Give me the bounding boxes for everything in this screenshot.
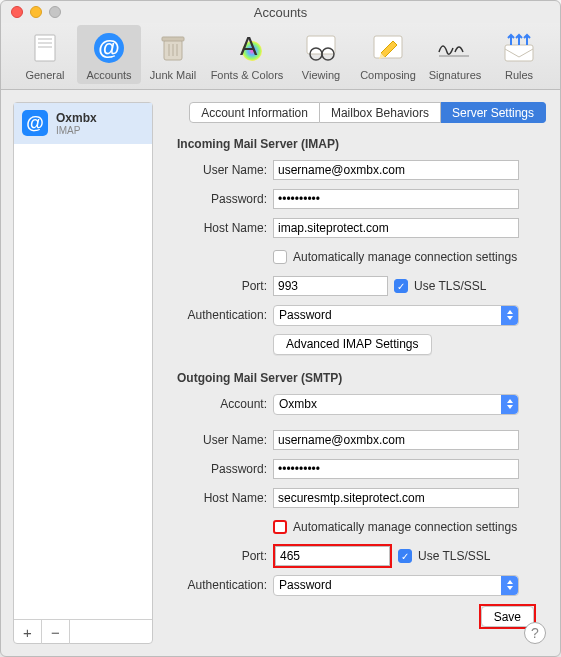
settings-tabs: Account Information Mailbox Behaviors Se…: [189, 102, 546, 123]
incoming-password-label: Password:: [171, 192, 273, 206]
outgoing-account-select[interactable]: Oxmbx: [273, 394, 519, 415]
outgoing-auto-checkbox[interactable]: [273, 520, 287, 534]
toolbar-signatures[interactable]: Signatures: [423, 25, 487, 84]
outgoing-auto-label: Automatically manage connection settings: [293, 520, 517, 534]
incoming-port-field[interactable]: [273, 276, 388, 296]
incoming-host-label: Host Name:: [171, 221, 273, 235]
at-icon: @: [22, 110, 48, 136]
tab-mailbox-behaviors[interactable]: Mailbox Behaviors: [320, 102, 441, 123]
outgoing-username-label: User Name:: [171, 433, 273, 447]
incoming-auto-checkbox[interactable]: [273, 250, 287, 264]
incoming-tls-label: Use TLS/SSL: [414, 279, 486, 293]
outgoing-section-title: Outgoing Mail Server (SMTP): [177, 371, 542, 385]
advanced-imap-button[interactable]: Advanced IMAP Settings: [273, 334, 432, 355]
toolbar-rules[interactable]: Rules: [487, 25, 551, 84]
incoming-username-field[interactable]: [273, 160, 519, 180]
incoming-tls-checkbox[interactable]: ✓: [394, 279, 408, 293]
outgoing-username-field[interactable]: [273, 430, 519, 450]
incoming-password-field[interactable]: [273, 189, 519, 209]
save-button[interactable]: Save: [481, 606, 534, 627]
outgoing-host-field[interactable]: [273, 488, 519, 508]
svg-rect-18: [505, 45, 533, 61]
signature-icon: [435, 34, 475, 62]
incoming-auth-select[interactable]: Password: [273, 305, 519, 326]
window-title: Accounts: [1, 5, 560, 20]
add-account-button[interactable]: +: [14, 620, 42, 644]
svg-rect-3: [38, 46, 52, 48]
svg-rect-2: [38, 42, 52, 44]
toolbar-fonts[interactable]: A Fonts & Colors: [205, 25, 289, 84]
svg-text:@: @: [98, 35, 119, 60]
account-type: IMAP: [56, 125, 97, 136]
incoming-username-label: User Name:: [171, 163, 273, 177]
incoming-host-field[interactable]: [273, 218, 519, 238]
help-button[interactable]: ?: [524, 622, 546, 644]
outgoing-account-label: Account:: [171, 397, 273, 411]
toolbar-junk[interactable]: Junk Mail: [141, 25, 205, 84]
general-icon: [31, 33, 59, 63]
chevron-updown-icon: [501, 306, 518, 325]
font-color-icon: A: [230, 31, 264, 65]
outgoing-tls-checkbox[interactable]: ✓: [398, 549, 412, 563]
tab-account-information[interactable]: Account Information: [189, 102, 320, 123]
outgoing-auth-select[interactable]: Password: [273, 575, 519, 596]
outgoing-port-field[interactable]: [275, 546, 390, 566]
pencil-icon: [371, 33, 405, 63]
accounts-sidebar: @ Oxmbx IMAP + −: [13, 102, 153, 644]
svg-text:A: A: [240, 31, 258, 61]
svg-rect-1: [38, 38, 52, 40]
rules-icon: [501, 33, 537, 63]
toolbar-viewing[interactable]: Viewing: [289, 25, 353, 84]
outgoing-password-label: Password:: [171, 462, 273, 476]
preferences-toolbar: General @ Accounts Junk Mail A Fonts & C…: [1, 23, 560, 90]
preferences-window: Accounts General @ Accounts Junk Mail A …: [0, 0, 561, 657]
outgoing-password-field[interactable]: [273, 459, 519, 479]
toolbar-accounts[interactable]: @ Accounts: [77, 25, 141, 84]
account-name: Oxmbx: [56, 111, 97, 125]
remove-account-button[interactable]: −: [42, 620, 70, 644]
outgoing-port-label: Port:: [171, 549, 273, 563]
incoming-port-label: Port:: [171, 279, 273, 293]
chevron-updown-icon: [501, 395, 518, 414]
outgoing-host-label: Host Name:: [171, 491, 273, 505]
glasses-icon: [304, 33, 338, 63]
incoming-auto-label: Automatically manage connection settings: [293, 250, 517, 264]
incoming-section-title: Incoming Mail Server (IMAP): [177, 137, 542, 151]
outgoing-auth-label: Authentication:: [171, 578, 273, 592]
tab-server-settings[interactable]: Server Settings: [441, 102, 546, 123]
sidebar-account-oxmbx[interactable]: @ Oxmbx IMAP: [14, 103, 152, 144]
svg-rect-7: [162, 37, 184, 41]
toolbar-general[interactable]: General: [13, 25, 77, 84]
at-icon: @: [92, 31, 126, 65]
titlebar: Accounts: [1, 1, 560, 23]
incoming-auth-label: Authentication:: [171, 308, 273, 322]
settings-panel: Account Information Mailbox Behaviors Se…: [165, 102, 548, 644]
outgoing-tls-label: Use TLS/SSL: [418, 549, 490, 563]
chevron-updown-icon: [501, 576, 518, 595]
trash-icon: [158, 32, 188, 64]
toolbar-composing[interactable]: Composing: [353, 25, 423, 84]
